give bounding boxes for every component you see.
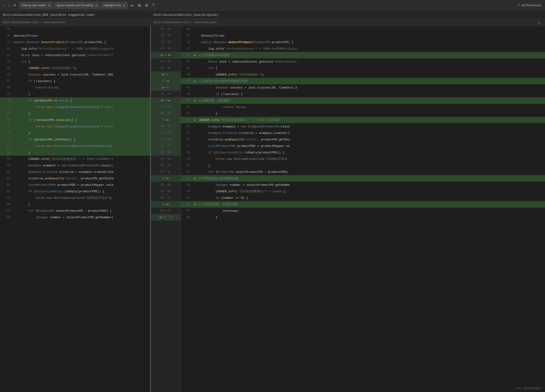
gutter-line-diff: 55│55 — [151, 130, 181, 136]
gutter-line-diff: ≫43≪ — [151, 52, 181, 58]
gutter-line: 59│59 — [151, 156, 181, 162]
table-row: 63 Integer number = selectProductPO.getN… — [181, 182, 545, 188]
table-row: 52 } — [181, 110, 545, 117]
left-breadcrumb: DistributeLockService > redissonClient — [0, 19, 151, 26]
gutter-line-diff: 51│51 — [151, 104, 181, 110]
warning-icon: ⚠ — [538, 20, 540, 25]
gutter-line: 61│61 — [151, 169, 181, 175]
table-row: 66 ≪ //小于等于0时，不进行扣减 — [181, 201, 545, 208]
gutter-line-diff: ≫48 — [151, 84, 181, 91]
table-row: 61 Example.Criteria criteria = example.c… — [0, 169, 150, 175]
table-row: 46 boolean success = lock.tryLock(30, Ti… — [0, 71, 150, 78]
table-row: 60 } — [181, 162, 545, 169]
table-row: 50 if (productPO == null) { — [0, 97, 150, 104]
table-row: 40 @SneakyThrows — [0, 32, 150, 39]
table-row: 50 ≪ //加锁失败，直接返回 — [181, 97, 545, 104]
diff-container: 39 40 @SneakyThrows 41 public Boolean de… — [0, 26, 545, 392]
highlight-label: Highlight lines — [104, 4, 121, 7]
table-row: 68 } — [181, 214, 545, 221]
gutter-line-diff: ≫50≪ — [151, 97, 181, 104]
gutter-line: 49│49 — [151, 91, 181, 97]
gutter-line-diff: 54│54 — [151, 123, 181, 130]
table-row: 55 Example.Criteria criteria = example.c… — [181, 130, 545, 136]
right-panel[interactable]: 39 40 @SneakyThrows 41 public Boolean de… — [181, 26, 545, 392]
table-row: 67 continue; — [181, 208, 545, 214]
table-row: 52 } — [0, 110, 150, 117]
table-row: 59 throw new RuntimeException("当前商品不存在 — [181, 156, 545, 162]
table-row: 53 if (!productPO.isValid()) { — [0, 117, 150, 123]
right-code-pane: 39 40 @SneakyThrows 41 public Boolean de… — [181, 26, 545, 392]
table-row: 54 throw new IllegalArgumentException("P… — [0, 123, 150, 130]
table-row: 48 boolean success = lock.tryLock(30, Ti… — [181, 84, 545, 91]
table-row: 62 ≪ //对对应的sku进行数量扣减 — [181, 175, 545, 182]
gutter-line: 44│44 — [151, 58, 181, 65]
center-gutter: 39│39 40│40 41│41 42│42 ≫43≪ 44│44 45│45… — [151, 26, 181, 392]
ignore-label: Ignore imports and formatting — [57, 4, 93, 7]
breadcrumbs: DistributeLockService > redissonClient D… — [0, 19, 545, 26]
table-row: 44 RLock lock = redissonClient.getLock("… — [181, 58, 545, 65]
split-icon[interactable]: ⇔ — [129, 2, 135, 9]
gutter-line-diff: 66≪ — [151, 201, 181, 208]
nav-arrows: ↑ ↓ ✎ — [2, 3, 18, 8]
left-panel[interactable]: 39 40 @SneakyThrows 41 public Boolean de… — [0, 26, 151, 392]
right-breadcrumb: DistributeLockService > redissonClient ⚠ — [151, 19, 545, 26]
gutter-line: 39│39 — [151, 26, 181, 32]
table-row: 65 throw new RuntimeException("当前商品不存在")… — [0, 195, 150, 201]
right-file-title: DistributeLockService.java(Original) — [151, 11, 545, 19]
table-row: 41 public Boolean deductProduct(ProductP… — [181, 39, 545, 45]
table-row: 65 if (number <= 0) { — [181, 195, 545, 201]
table-row: 61 for (ProductPO selectProductPO : prod… — [181, 169, 545, 175]
table-row: 43 RLock lock = redissonClient.getLock("… — [0, 52, 150, 58]
table-row: 39 — [181, 26, 545, 32]
table-row: 67 for (ProductPO selectProductPO : prod… — [0, 208, 150, 214]
table-row: 43 ≪ //首先获取分布式的锁 — [181, 52, 545, 58]
settings-icon[interactable]: ⚙ — [143, 2, 149, 9]
ignore-arrow-icon: ▼ — [95, 4, 97, 7]
table-row: 57 throw new ConcurrentModificationExcep… — [0, 143, 150, 149]
nav-up-button[interactable]: ↑ — [2, 3, 6, 8]
table-row: 40 @SneakyThrows — [181, 32, 545, 39]
gutter-line: 41│41 — [151, 39, 181, 45]
gutter-line-diff: 57│57 — [151, 143, 181, 149]
highlight-dropdown[interactable]: Highlight lines ▼ — [101, 2, 128, 9]
table-row: 59 LOGGER.info("查找商品的数据为：" + JSON.toJSON… — [0, 156, 150, 162]
table-row: 55 } — [0, 130, 150, 136]
nav-edit-button[interactable]: ✎ — [12, 3, 18, 8]
gutter-line-diff: 56│56 — [151, 136, 181, 143]
viewer-arrow-icon: ▼ — [48, 4, 50, 7]
table-row: 58 } — [0, 149, 150, 156]
table-row: 54 Example example = new Example(Product… — [181, 123, 545, 130]
table-row: 68 Integer number = selectProductPO.getN… — [0, 214, 150, 221]
gutter-line-diff: 58│58 — [151, 149, 181, 156]
gutter-line: 60│60 — [151, 162, 181, 169]
gutter-line: 40│40 — [151, 32, 181, 39]
table-row: 47 if (!success) { — [0, 78, 150, 84]
table-row: 60 Example example = new Example(Product… — [0, 162, 150, 169]
table-row: 56 criteria.andEqualTo("skuId", productP… — [181, 136, 545, 143]
gutter-line-diff: ≫68│68 — [151, 214, 181, 221]
gutter-line-diff: 52│52 — [151, 110, 181, 117]
viewer-dropdown[interactable]: Side-by-side viewer ▼ — [19, 2, 53, 9]
table-row: 39 — [0, 26, 150, 32]
table-row: 48 return false; — [0, 84, 150, 91]
table-row: 66 } — [0, 201, 150, 208]
gutter-line: 42│42 — [151, 45, 181, 52]
nav-down-button[interactable]: ↓ — [7, 3, 12, 8]
table-row: 57 List<ProductPO> productPOS = productM… — [181, 143, 545, 149]
table-row: 46 LOGGER.info("分布式锁加锁!"); — [181, 71, 545, 78]
help-icon[interactable]: ? — [151, 2, 156, 8]
toolbar: ↑ ↓ ✎ Side-by-side viewer ▼ Ignore impor… — [0, 0, 545, 11]
table-row: 51 return false; — [181, 104, 545, 110]
table-row: 41 public Boolean deductProduct(ProductP… — [0, 39, 150, 45]
table-row: 42 log.info("distribuiteLock:" + JSON.to… — [181, 45, 545, 52]
diff-count: 7 differences — [518, 4, 541, 7]
viewer-label: Side-by-side viewer — [22, 4, 46, 7]
gutter-line: 64│64 — [151, 188, 181, 195]
grid-icon[interactable]: ⊞ — [136, 2, 142, 9]
table-row: 49 if (!success) { — [181, 91, 545, 97]
gutter-line: 65│65 — [151, 195, 181, 201]
ignore-dropdown[interactable]: Ignore imports and formatting ▼ — [54, 2, 100, 9]
gutter-line: 45│45 — [151, 65, 181, 71]
highlight-arrow-icon: ▼ — [123, 4, 125, 7]
table-row: 53 ≪ LOGGER.info("查找商品的数据为：" + JSON.toJS… — [181, 117, 545, 123]
